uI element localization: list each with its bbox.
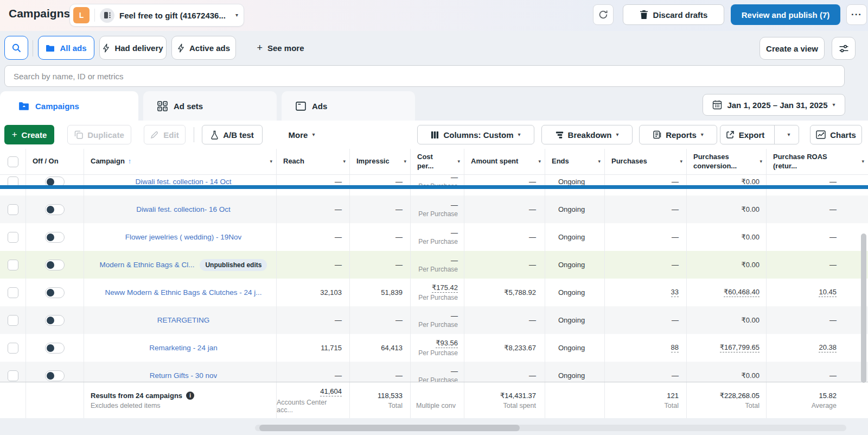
columns-button[interactable]: Columns: Custom ▾ [417,125,534,144]
table-row: Modern & Ethnic Bags & Cl...Unpublished … [0,251,868,279]
info-icon[interactable]: i [186,392,194,400]
filter-had-delivery[interactable]: Had delivery [99,36,167,60]
chevron-down-icon[interactable]: ▾ [760,159,762,165]
filter-active-ads[interactable]: Active ads [171,36,236,60]
row-checkbox[interactable] [8,287,18,298]
campaign-toggle[interactable] [45,287,65,298]
campaign-link[interactable]: Return Gifts - 30 nov [150,371,218,380]
chevron-down-icon[interactable]: ▾ [404,159,406,165]
campaign-toggle[interactable] [45,370,65,381]
vertical-scrollbar-thumb[interactable] [861,234,866,383]
chevron-down-icon[interactable]: ▾ [598,159,601,165]
refresh-button[interactable] [593,4,614,25]
more-options-button[interactable]: ··· [846,4,867,25]
chevron-down-icon[interactable]: ▾ [270,159,272,165]
horizontal-scrollbar-thumb[interactable] [259,425,520,431]
excludes-deleted-label: Excludes deleted items [91,402,161,409]
purchase-roas-cell: — [767,223,868,251]
row-checkbox[interactable] [8,232,18,243]
header-purchase-roas[interactable]: Purchase ROAS (retur...▾ [767,149,868,174]
header-campaign[interactable]: Campaign↑▾ [84,149,277,174]
campaign-link[interactable]: RETARGETING [157,316,210,324]
row-checkbox[interactable] [8,343,18,354]
impressions-total-sub: Total [388,402,403,409]
campaign-link[interactable]: Neww Modern & Ethnic Bags & Clutches - 2… [105,288,262,297]
ad-account-selector[interactable]: L Feel free to gift (41672436... ▾ [69,4,244,27]
spent-total: ₹14,431.37 [500,392,536,400]
export-main[interactable]: Export [720,130,770,140]
off-on-label: Off / On [33,157,59,166]
header-purchases[interactable]: Purchases▾ [605,149,687,174]
footer-toggle-cell [26,382,84,418]
row-toggle-cell [26,362,84,382]
breakdown-label: Breakdown [568,130,612,140]
row-checkbox[interactable] [8,204,18,215]
discard-drafts-label: Discard drafts [653,10,708,20]
campaign-toggle[interactable] [45,315,65,326]
header-amount-spent[interactable]: Amount spent▾ [464,149,545,174]
export-dropdown-button[interactable]: ▾ [779,132,799,137]
reports-button[interactable]: Reports ▾ [639,125,717,144]
row-checkbox[interactable] [8,315,18,326]
campaign-toggle[interactable] [45,343,65,354]
create-button[interactable]: + Create [4,125,54,144]
reach-cell: — [277,196,350,223]
sliders-icon [839,44,849,53]
tab-ad-sets[interactable]: Ad sets [143,91,277,121]
chevron-down-icon[interactable]: ▾ [538,159,541,165]
purchases-cell: — [605,362,687,382]
tab-ads[interactable]: Ads [282,91,415,121]
flask-icon [210,130,219,140]
campaign-link[interactable]: Flower jewelries ( wedding) - 19Nov [125,233,242,241]
refresh-icon [598,9,609,20]
campaign-toggle[interactable] [45,204,65,215]
duplicate-button[interactable]: Duplicate [67,125,131,144]
discard-drafts-button[interactable]: Discard drafts [623,4,724,25]
see-more-filters-button[interactable]: + See more [251,36,310,60]
view-settings-button[interactable] [832,37,856,60]
campaign-link[interactable]: Remarketing - 24 jan [149,344,217,352]
header-ends[interactable]: Ends▾ [545,149,605,174]
select-all-checkbox[interactable] [8,156,18,167]
cost-per-purchase-cell: —Per Purchase [411,251,464,279]
cost-per-purchase-cell: ₹93.56Per Purchase [411,334,464,362]
header-reach[interactable]: Reach▾ [277,149,350,174]
table-row: Flower jewelries ( wedding) - 19Nov — — … [0,223,868,251]
campaign-name-cell: Neww Modern & Ethnic Bags & Clutches - 2… [84,279,277,306]
create-a-view-button[interactable]: Create a view [760,37,825,60]
ends-cell: Ongoing [545,334,605,362]
row-checkbox[interactable] [8,370,18,381]
footer-reach-cell: 41,604 Accounts Center acc... [277,382,350,418]
chevron-down-icon[interactable]: ▾ [457,159,460,165]
chevron-down-icon[interactable]: ▾ [680,159,682,165]
charts-button[interactable]: Charts [810,125,862,144]
chevron-down-icon[interactable]: ▾ [343,159,346,165]
breakdown-button[interactable]: Breakdown ▾ [541,125,633,144]
header-off-on: Off / On [26,149,84,174]
filter-all-ads[interactable]: All ads [38,36,94,60]
ab-test-button[interactable]: A/B test [202,125,263,144]
edit-button[interactable]: Edit [144,125,186,144]
row-checkbox[interactable] [8,260,18,270]
impressions-total: 118,533 [378,392,403,400]
header-purchases-conversion[interactable]: Purchases conversion...▾ [687,149,767,174]
review-and-publish-button[interactable]: Review and publish (7) [731,4,840,25]
export-button[interactable]: Export ▾ [720,125,799,144]
campaign-link[interactable]: Diwali fest. collection - 14 Oct [135,178,231,186]
search-input[interactable] [4,65,845,87]
header-cost-per[interactable]: Cost per...▾ [411,149,464,174]
campaign-toggle[interactable] [45,232,65,243]
search-filter-button[interactable] [4,36,28,60]
chevron-down-icon[interactable]: ▾ [861,159,864,165]
tab-campaigns[interactable]: Campaigns [0,91,138,121]
header-impressions[interactable]: Impressic▾ [350,149,411,174]
campaign-toggle[interactable] [45,260,65,270]
columns-label: Columns: Custom [443,130,513,140]
cost-per-purchase-cell: —Per Purchase [411,306,464,334]
campaign-link[interactable]: Diwali fest. collection- 16 Oct [136,205,230,213]
date-range-selector[interactable]: Jan 1, 2025 – Jan 31, 2025 ▾ [703,94,845,116]
campaign-link[interactable]: Modern & Ethnic Bags & Cl... [100,261,195,269]
more-actions-button[interactable]: More ▾ [281,125,322,144]
divider [33,40,33,56]
purchase-roas-cell: — [767,362,868,382]
